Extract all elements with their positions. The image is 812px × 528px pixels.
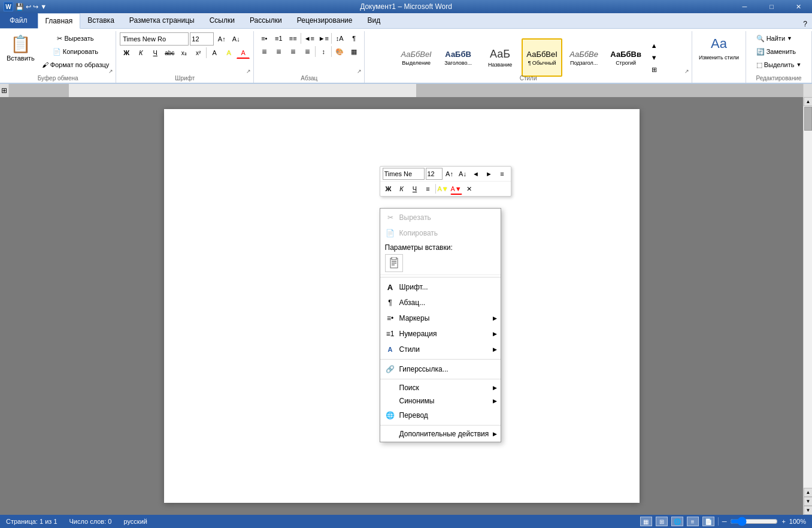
zoom-slider[interactable] [730,517,778,526]
subscript-button[interactable]: х₂ [177,47,190,59]
mini-clear-format[interactable]: ✕ [463,183,475,195]
cm-paragraph[interactable]: ¶ Абзац... [380,295,501,310]
mini-bold[interactable]: Ж [383,183,395,195]
align-left-button[interactable]: ≡ [257,46,271,58]
mini-indent-decrease[interactable]: ◄ [470,168,482,180]
replace-button[interactable]: 🔄 Заменить [753,46,799,58]
style-normal[interactable]: АаБбВеI ¶Обычный [522,38,562,77]
style-heading1[interactable]: АаБбВ Заголово... [438,38,478,77]
mini-indent-increase[interactable]: ► [483,168,495,180]
mini-font-size[interactable] [426,168,443,180]
cut-button[interactable]: ✂ Вырезать [39,32,113,44]
font-expand-icon[interactable]: ↗ [246,68,251,74]
styles-expand-icon[interactable]: ↗ [684,68,689,74]
zoom-minus[interactable]: ─ [722,518,727,525]
styles-scroll-up[interactable]: ▲ [647,40,660,52]
web-layout-btn[interactable]: 🌐 [671,517,683,526]
styles-more[interactable]: ⊞ [647,64,660,76]
tab-review[interactable]: Рецензирование [290,13,360,28]
bullets-button[interactable]: ≡• [257,32,271,44]
align-center-button[interactable]: ≡ [272,46,285,58]
close-button[interactable]: ✕ [785,0,812,13]
print-layout-btn[interactable]: ▦ [640,517,652,526]
cm-synonyms[interactable]: Синонимы ▶ [380,394,501,408]
mini-highlight[interactable]: А▼ [437,183,449,195]
justify-button[interactable]: ≡ [301,46,314,58]
cm-cut[interactable]: ✂ Вырезать [380,210,501,225]
mini-multilevel[interactable]: ≡ [496,168,508,180]
cm-translate[interactable]: 🌐 Перевод [380,408,501,423]
clipboard-expand-icon[interactable]: ↗ [108,68,113,74]
tab-references[interactable]: Ссылки [202,13,243,28]
doc-scroll-area[interactable]: A↑ A↓ ◄ ► ≡ Ж К Ч ≡ А▼ А▼ ✕ [0,97,803,515]
vertical-scrollbar[interactable]: ▲ ▲ ▼ ▼ [803,97,812,515]
cm-bullets[interactable]: ≡• Маркеры ▶ [380,310,501,326]
indent-increase-button[interactable]: ►≡ [317,32,330,44]
cm-numbering[interactable]: ≡1 Нумерация ▶ [380,326,501,342]
maximize-button[interactable]: □ [758,0,785,13]
indent-decrease-button[interactable]: ◄≡ [302,32,316,44]
paste-keep-format[interactable] [385,254,403,272]
tab-home[interactable]: Главная [38,13,81,29]
prev-page-arrow[interactable]: ▲ [804,488,812,497]
cm-styles[interactable]: A Стили ▶ [380,342,501,357]
scroll-up-arrow[interactable]: ▲ [804,97,812,106]
strikethrough-button[interactable]: аbc [163,47,176,59]
line-spacing-button[interactable]: ↕ [317,46,330,58]
mini-font-color[interactable]: А▼ [450,183,462,195]
full-screen-btn[interactable]: ⊞ [656,517,668,526]
mini-underline[interactable]: Ч [409,183,421,195]
shrink-font-button[interactable]: A↓ [229,33,243,45]
numbering-button[interactable]: ≡1 [272,32,285,44]
cm-hyperlink[interactable]: 🔗 Гиперссылка... [380,361,501,377]
superscript-button[interactable]: х² [192,47,205,59]
minimize-button[interactable]: ─ [731,0,758,13]
multilevel-button[interactable]: ≡≡ [286,32,299,44]
cm-additional[interactable]: Дополнительные действия ▶ [380,427,501,440]
shading-button[interactable]: 🎨 [333,46,346,58]
grow-font-button[interactable]: A↑ [215,33,228,45]
styles-scroll-down[interactable]: ▼ [647,52,660,64]
mini-italic[interactable]: К [396,183,408,195]
mini-shrink-font[interactable]: A↓ [457,168,469,180]
font-color-button[interactable]: А [237,47,250,59]
cm-copy[interactable]: 📄 Копировать [380,225,501,241]
zoom-plus[interactable]: + [781,518,785,525]
show-marks-button[interactable]: ¶ [347,32,360,44]
italic-button[interactable]: К [134,47,147,59]
mini-font-name[interactable] [383,168,425,180]
font-size-input[interactable] [190,32,214,46]
copy-button[interactable]: 📄 Копировать [39,46,113,58]
style-strict[interactable]: АаБбВв Строгий [605,38,646,77]
outline-btn[interactable]: ≡ [687,517,699,526]
scroll-track[interactable] [804,131,812,488]
tab-view[interactable]: Вид [360,13,388,28]
tab-layout[interactable]: Разметка страницы [122,13,202,28]
select-button[interactable]: ⬚ Выделить ▼ [753,59,805,71]
highlight-button[interactable]: А [222,47,235,59]
mini-align[interactable]: ≡ [422,183,434,195]
font-name-input[interactable] [120,32,189,46]
style-highlight[interactable]: АаБбВеI Выделение [396,38,437,77]
tab-insert[interactable]: Вставка [80,13,122,28]
scroll-down-arrow[interactable]: ▼ [804,506,812,515]
tab-file[interactable]: Файл [0,13,38,28]
draft-btn[interactable]: 📄 [702,517,714,526]
style-title[interactable]: АаБ Название [480,38,520,77]
format-painter-button[interactable]: 🖌 Формат по образцу [39,59,113,71]
cm-font[interactable]: A Шрифт... [380,279,501,295]
help-button[interactable]: ? [803,20,807,28]
bold-button[interactable]: Ж [120,47,133,59]
change-styles-button[interactable]: Аа Изменить стили [696,32,742,73]
next-page-arrow[interactable]: ▼ [804,497,812,506]
border-button[interactable]: ▦ [347,46,360,58]
paragraph-expand-icon[interactable]: ↗ [357,68,362,74]
cm-search[interactable]: Поиск ▶ [380,381,501,394]
tab-mailings[interactable]: Рассылки [243,13,290,28]
underline-button[interactable]: Ч [149,47,162,59]
text-effects-button[interactable]: A [208,47,221,59]
document-page[interactable]: A↑ A↓ ◄ ► ≡ Ж К Ч ≡ А▼ А▼ ✕ [164,109,640,503]
align-right-button[interactable]: ≡ [286,46,299,58]
paste-button[interactable]: 📋 Вставить [4,32,38,73]
find-button[interactable]: 🔍 Найти ▼ [753,32,795,44]
